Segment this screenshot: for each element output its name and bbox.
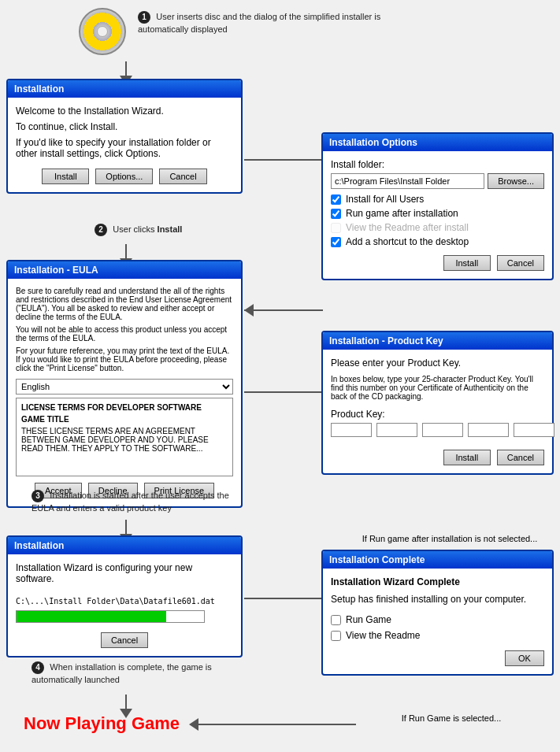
progress-fill	[17, 611, 166, 622]
pk-input-2[interactable]	[376, 423, 417, 437]
cb-all-users-label: Install for All Users	[346, 194, 424, 205]
cb-readme-complete-row: View the Readme	[331, 630, 544, 641]
dialog-options: Installation Options Install folder: Bro…	[321, 132, 554, 280]
eula-body-text: THESE LICENSE TERMS ARE AN AGREEMENT BET…	[21, 427, 228, 453]
installing-body: Installation Wizard is configuring your …	[16, 562, 233, 584]
dialog-complete-body: Installation Wizard Complete Setup has f…	[323, 569, 552, 674]
progress-bar	[16, 610, 205, 623]
browse-button[interactable]: Browse...	[488, 173, 544, 189]
folder-label: Install folder:	[331, 159, 544, 170]
if-run-selected-label: If Run Game is selected...	[349, 713, 554, 723]
if-run-game-label: If Run game after installation is not se…	[347, 534, 552, 543]
install-options-hint: If you'd like to specify your installati…	[16, 137, 233, 159]
installing-buttons: Cancel	[16, 632, 233, 648]
pk-cancel-button[interactable]: Cancel	[497, 450, 544, 465]
cd-icon	[79, 8, 126, 55]
options-button[interactable]: Options...	[95, 169, 153, 184]
dialog-eula: Installation - EULA Be sure to carefully…	[6, 260, 243, 508]
ok-button[interactable]: OK	[505, 650, 544, 666]
arrow-to-productkey	[244, 386, 332, 398]
options-cancel-button[interactable]: Cancel	[497, 255, 544, 271]
step3-label: 3 Installation is started after the user…	[32, 490, 236, 513]
options-install-button[interactable]: Install	[443, 255, 491, 271]
cb-run-game-complete[interactable]	[331, 615, 341, 625]
arrow-options-back	[244, 309, 323, 311]
options-buttons: Install Cancel	[331, 255, 544, 271]
dialog-options-title: Installation Options	[323, 134, 552, 151]
dialog-eula-title: Installation - EULA	[8, 261, 241, 279]
pk-line1: Please enter your Product Key.	[331, 357, 544, 369]
eula-intro: Be sure to carefully read and understand…	[16, 287, 233, 321]
pk-label: Product Key:	[331, 409, 544, 420]
installing-file: C:\...\Install Folder\Data\Datafile601.d…	[16, 597, 233, 606]
dialog-installation-body: Welcome to the Installation Wizard. To c…	[8, 98, 241, 192]
cb-run-game[interactable]	[331, 209, 341, 219]
complete-line2: Setup has finished installing on your co…	[331, 594, 544, 605]
cb-run-game-row: Run game after installation	[331, 208, 544, 219]
dialog-installing: Installation Installation Wizard is conf…	[6, 535, 243, 658]
step1-label: 1 User inserts disc and the dialog of th…	[138, 11, 390, 35]
cb-run-game-label: Run game after installation	[346, 208, 458, 219]
step2-label: 2 User clicks Install	[95, 224, 182, 236]
dialog-complete: Installation Complete Installation Wizar…	[321, 550, 554, 676]
dialog-productkey-body: Please enter your Product Key. In boxes …	[323, 350, 552, 473]
cb-readme	[331, 223, 341, 233]
dialog-productkey-title: Installation - Product Key	[323, 332, 552, 350]
now-playing: Now Playing Game	[24, 713, 180, 734]
lang-select[interactable]: English	[16, 379, 233, 395]
install-continue: To continue, click Install.	[16, 121, 233, 132]
cb-readme-complete[interactable]	[331, 631, 341, 641]
eula-text-box[interactable]: LICENSE TERMS FOR DEVELOPER SOFTWARE GAM…	[16, 398, 233, 476]
dialog-eula-body: Be sure to carefully read and understand…	[8, 279, 241, 506]
pk-input-5[interactable]	[514, 423, 554, 437]
pk-input-4[interactable]	[468, 423, 509, 437]
cb-run-game-complete-label: Run Game	[346, 614, 391, 625]
dialog-installation-title: Installation	[8, 80, 241, 98]
pk-install-button[interactable]: Install	[443, 450, 491, 465]
arrow-to-options	[244, 154, 332, 166]
cb-shortcut[interactable]	[331, 237, 341, 247]
dialog-options-body: Install folder: Browse... Install for Al…	[323, 151, 552, 279]
installing-cancel-button[interactable]: Cancel	[101, 632, 148, 648]
install-buttons: Install Options... Cancel	[16, 169, 233, 184]
cb-all-users[interactable]	[331, 194, 341, 205]
arrow-now-playing	[189, 718, 356, 731]
pk-buttons: Install Cancel	[331, 450, 544, 465]
install-button[interactable]: Install	[42, 169, 89, 184]
dialog-installation: Installation Welcome to the Installation…	[6, 79, 243, 194]
cb-shortcut-label: Add a shortcut to the desktop	[346, 236, 469, 247]
step4-label: 4 When installation is complete, the gam…	[32, 661, 228, 685]
dialog-installing-body: Installation Wizard is configuring your …	[8, 554, 241, 656]
cancel-button-install[interactable]: Cancel	[159, 169, 206, 184]
arrow-to-complete	[244, 592, 332, 605]
pk-line2: In boxes below, type your 25-character P…	[331, 375, 544, 401]
dialog-complete-title: Installation Complete	[323, 551, 552, 569]
folder-row: Browse...	[331, 173, 544, 189]
folder-input[interactable]	[331, 173, 484, 189]
eula-para2: You will not be able to access this prod…	[16, 325, 233, 343]
dialog-installing-title: Installation	[8, 537, 241, 554]
pk-input-1[interactable]	[331, 423, 372, 437]
eula-h1: LICENSE TERMS FOR DEVELOPER SOFTWARE	[21, 403, 228, 412]
complete-line1: Installation Wizard Complete	[331, 576, 544, 587]
cb-readme-label: View the Readme after install	[346, 222, 469, 233]
dialog-productkey: Installation - Product Key Please enter …	[321, 331, 554, 475]
install-welcome: Welcome to the Installation Wizard.	[16, 106, 233, 117]
cb-all-users-row: Install for All Users	[331, 194, 544, 205]
complete-buttons: OK	[331, 650, 544, 666]
eula-h2: GAME TITLE	[21, 415, 228, 424]
pk-input-3[interactable]	[422, 423, 463, 437]
cb-readme-complete-label: View the Readme	[346, 630, 421, 641]
cb-shortcut-row: Add a shortcut to the desktop	[331, 236, 544, 247]
pk-inputs	[331, 423, 544, 437]
cb-run-game-row: Run Game	[331, 614, 544, 625]
cb-readme-row: View the Readme after install	[331, 222, 544, 233]
eula-para3: For your future reference, you may print…	[16, 346, 233, 372]
